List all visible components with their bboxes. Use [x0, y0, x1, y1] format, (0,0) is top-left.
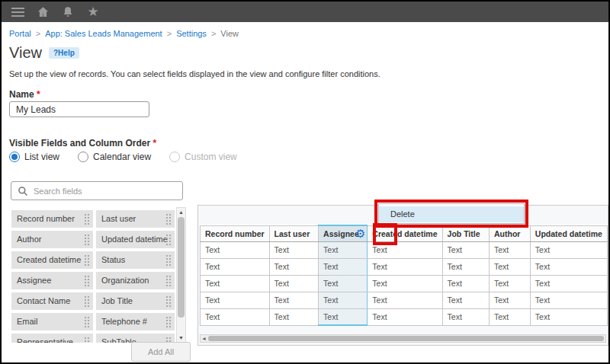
table-cell: Text	[489, 241, 530, 258]
table-cell: Text	[201, 308, 270, 325]
notifications-bell-icon[interactable]	[60, 5, 75, 20]
page-title-row: View ?Help	[9, 44, 79, 62]
preview-table: Record numberLast userAssignee⚙Created d…	[200, 225, 608, 326]
breadcrumb-item[interactable]: Settings	[176, 29, 207, 38]
drag-handle-icon	[165, 254, 172, 266]
breadcrumb-item[interactable]: App: Sales Leads Management	[45, 29, 162, 38]
favorites-star-icon[interactable]: ★	[85, 5, 101, 20]
preview-horizontal-scrollbar[interactable]: ◄	[200, 334, 606, 343]
field-chip-label: Author	[17, 235, 41, 244]
table-cell: Text	[530, 292, 607, 308]
add-all-button[interactable]: Add All	[131, 342, 191, 362]
column-header-assignee[interactable]: Assignee⚙	[319, 225, 368, 241]
radio-option-label: List view	[24, 152, 59, 162]
table-cell: Text	[442, 308, 489, 325]
table-row: TextTextTextTextTextTextText	[201, 308, 608, 325]
field-chip[interactable]: Representative	[11, 334, 93, 343]
breadcrumb-item[interactable]: Portal	[9, 29, 31, 38]
field-chip-label: Created datetime	[17, 255, 81, 264]
field-chip[interactable]: Telephone #	[96, 313, 175, 330]
table-cell: Text	[368, 292, 442, 308]
search-icon	[18, 186, 28, 196]
scrollbar-thumb[interactable]	[208, 336, 604, 341]
table-cell: Text	[530, 308, 607, 325]
view-type-option: Custom view	[169, 152, 237, 162]
field-chip[interactable]: Record number	[11, 210, 93, 228]
field-chip[interactable]: Status	[96, 251, 175, 269]
column-header-last-user[interactable]: Last user	[269, 225, 318, 241]
table-cell: Text	[319, 241, 368, 258]
drag-handle-icon	[84, 337, 90, 343]
field-chip[interactable]: Created datetime	[11, 251, 93, 269]
drag-handle-icon	[165, 295, 172, 307]
field-search-box[interactable]	[11, 181, 183, 200]
scroll-down-icon[interactable]: ▼	[177, 334, 185, 342]
field-chip-label: Email	[17, 317, 38, 326]
radio-button-icon[interactable]	[9, 152, 20, 162]
drag-handle-icon	[84, 316, 90, 327]
field-chip[interactable]: Updated datetime	[96, 231, 175, 248]
required-asterisk: *	[153, 138, 157, 148]
breadcrumb: Portal>App: Sales Leads Management>Setti…	[9, 29, 239, 38]
field-chip-label: Job Title	[101, 296, 133, 305]
field-chip[interactable]: Assignee	[11, 272, 93, 289]
drag-handle-icon	[84, 254, 90, 266]
column-header-author[interactable]: Author	[489, 225, 530, 241]
help-link[interactable]: ?Help	[49, 47, 79, 59]
field-list-scrollbar[interactable]: ▲ ▼	[176, 207, 186, 343]
column-header-job-title[interactable]: Job Title	[442, 225, 489, 241]
drag-handle-icon	[84, 275, 90, 286]
column-header-record-number[interactable]: Record number	[201, 225, 270, 241]
table-cell: Text	[201, 275, 270, 292]
column-settings-gear-icon[interactable]: ⚙	[355, 227, 365, 241]
field-chip[interactable]: Job Title	[96, 292, 175, 310]
field-chip-label: Assignee	[17, 276, 51, 285]
drag-handle-icon	[165, 234, 172, 245]
breadcrumb-separator: >	[167, 29, 172, 38]
field-chip[interactable]: Contact Name	[11, 292, 93, 310]
view-preview-panel: Record numberLast userAssignee⚙Created d…	[197, 205, 608, 346]
table-cell: Text	[269, 241, 318, 258]
field-chip[interactable]: Author	[11, 231, 93, 248]
name-label-text: Name	[9, 89, 34, 100]
scrollbar-thumb[interactable]	[178, 217, 185, 318]
field-picker-panel: Record numberAuthorCreated datetimeAssig…	[9, 181, 192, 362]
table-cell: Text	[269, 292, 318, 308]
field-chip[interactable]: Email	[11, 313, 93, 330]
menu-item-delete[interactable]: Delete	[379, 206, 524, 222]
table-cell: Text	[442, 275, 489, 292]
table-cell: Text	[368, 275, 442, 292]
required-asterisk: *	[37, 89, 40, 100]
visible-fields-label: Visible Fields and Column Order *	[9, 138, 156, 148]
drag-handle-icon	[165, 213, 172, 225]
table-cell: Text	[442, 241, 489, 258]
column-header-updated-datetime[interactable]: Updated datetime	[530, 225, 607, 241]
scroll-left-icon[interactable]: ◄	[201, 335, 207, 342]
home-icon[interactable]	[35, 5, 50, 20]
column-header-label: Created datetime	[372, 229, 437, 238]
app-settings-view-screen: ★ Portal>App: Sales Leads Management>Set…	[0, 0, 610, 364]
view-type-option[interactable]: List view	[9, 152, 59, 162]
radio-option-label: Custom view	[185, 152, 237, 162]
field-search-input[interactable]	[34, 187, 182, 196]
view-type-option[interactable]: Calendar view	[78, 152, 151, 162]
scroll-up-icon[interactable]: ▲	[177, 208, 185, 216]
table-cell: Text	[489, 292, 530, 308]
field-chip[interactable]: Last user	[96, 210, 175, 228]
table-cell: Text	[489, 275, 530, 292]
view-name-input[interactable]	[9, 101, 149, 117]
hamburger-menu-icon[interactable]	[10, 5, 25, 20]
drag-handle-icon	[84, 234, 90, 245]
field-chip-label: Last user	[101, 214, 136, 223]
column-header-created-datetime[interactable]: Created datetime	[368, 225, 442, 241]
radio-button-icon[interactable]	[78, 152, 88, 162]
field-chip[interactable]: Organization Website	[96, 272, 175, 289]
breadcrumb-separator: >	[211, 29, 216, 38]
column-header-label: Author	[494, 229, 520, 238]
name-field-label: Name *	[9, 89, 40, 100]
table-cell: Text	[368, 308, 442, 325]
breadcrumb-separator: >	[36, 29, 40, 38]
table-row: TextTextTextTextTextTextText	[201, 292, 608, 308]
drag-handle-icon	[165, 316, 172, 327]
table-row: TextTextTextTextTextTextText	[201, 275, 608, 292]
